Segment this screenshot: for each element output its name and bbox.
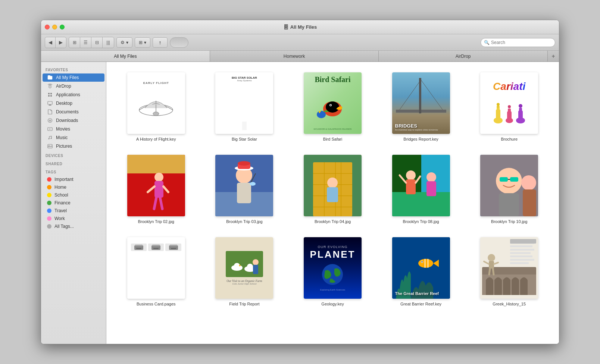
close-button[interactable] — [45, 25, 50, 29]
svg-rect-117 — [510, 252, 531, 254]
view-column-btn[interactable]: ⊟ — [91, 37, 103, 48]
bird-safari-title-area: Bird Safari — [304, 75, 362, 84]
search-input[interactable] — [491, 40, 552, 45]
svg-marker-12 — [50, 129, 51, 130]
file-thumb-business-card — [127, 237, 185, 299]
file-item-reef[interactable]: The Great Barrier Reef Great Barrier Ree… — [379, 234, 463, 309]
file-item-solar[interactable]: BIG STAR SOLAR Array Systems — [202, 69, 287, 144]
svg-point-60 — [250, 182, 256, 186]
solar-table — [242, 122, 247, 130]
travel-tag-dot — [47, 208, 51, 213]
file-item-brooklyn02[interactable]: Brooklyn Trip 02.jpg — [114, 152, 199, 227]
sidebar-item-work[interactable]: Work — [43, 215, 104, 222]
svg-rect-41 — [518, 110, 523, 122]
view-coverflow-btn[interactable]: ||| — [103, 37, 114, 48]
cariati-a1: a — [500, 81, 506, 92]
share-button[interactable]: ↑ — [153, 37, 168, 48]
fullscreen-button[interactable] — [60, 25, 65, 29]
file-item-business-card[interactable]: Business Card.pages — [114, 234, 199, 309]
forward-button[interactable]: ▶ — [56, 37, 66, 48]
svg-point-46 — [154, 173, 163, 182]
sidebar-item-all-my-files[interactable]: All My Files — [43, 73, 104, 82]
sidebar-item-airdrop[interactable]: AirDrop — [43, 82, 104, 90]
file-item-brochure[interactable]: Cariati — [467, 69, 551, 144]
brooklyn02-illustration — [127, 155, 185, 216]
cariati-i2: i — [523, 81, 526, 92]
sidebar-item-all-tags[interactable]: All Tags... — [43, 223, 104, 230]
sidebar-item-label: School — [54, 192, 68, 198]
sidebar-item-applications[interactable]: Applications — [43, 91, 104, 99]
svg-rect-94 — [152, 245, 160, 246]
downloads-icon — [47, 117, 53, 123]
svg-point-88 — [521, 175, 536, 190]
svg-point-75 — [406, 170, 416, 180]
cariati-bottles — [487, 92, 532, 126]
svg-rect-4 — [50, 93, 52, 94]
typewriter-icon — [168, 244, 179, 251]
shared-header: SHARED — [41, 159, 106, 167]
window-title-icon: 🗄 — [283, 24, 288, 30]
file-name-solar: Big Star Solar — [232, 137, 257, 141]
titlebar: 🗄 All My Files — [41, 20, 559, 34]
sidebar-item-documents[interactable]: Documents — [43, 108, 104, 116]
file-thumb-bird: Bird Safari ECUADOR & GALAPAGOS ISLANDS — [304, 72, 362, 134]
file-item-brooklyn08[interactable]: Brooklyn Trip 08.jpg — [379, 152, 463, 227]
tab-all-my-files[interactable]: All My Files — [41, 51, 210, 62]
all-my-files-icon — [47, 75, 53, 81]
solar-subtitle: Array Systems — [237, 79, 251, 82]
toggle-button[interactable] — [170, 37, 188, 48]
back-button[interactable]: ◀ — [45, 37, 56, 48]
file-item-bridges[interactable]: BRIDGES An inventive way to explore citi… — [379, 69, 463, 144]
sidebar-item-label: Home — [54, 185, 66, 190]
file-name-bird: Bird Safari — [323, 137, 342, 141]
sidebar-item-movies[interactable]: Movies — [43, 125, 104, 133]
bridges-title: BRIDGES — [395, 123, 447, 129]
svg-rect-58 — [237, 183, 251, 203]
sidebar-item-home[interactable]: Home — [43, 183, 104, 191]
file-item-rome[interactable]: Greek_History_15 — [467, 234, 551, 309]
cariati-t: t — [519, 81, 522, 92]
minimize-button[interactable] — [52, 25, 57, 29]
sidebar-item-label: Finance — [54, 200, 71, 205]
svg-line-129 — [493, 269, 494, 274]
view-icon-btn[interactable]: ⊞ — [69, 37, 80, 48]
bcard-1 — [131, 244, 147, 251]
reef-illustration — [392, 237, 450, 299]
file-item-bird[interactable]: Bird Safari ECUADOR & GALAPAGOS ISLANDS — [290, 69, 375, 144]
svg-point-104 — [253, 259, 259, 265]
sidebar-item-travel[interactable]: Travel — [43, 207, 104, 214]
sidebar-item-desktop[interactable]: Desktop — [43, 99, 104, 107]
tab-homework[interactable]: Homework — [210, 51, 379, 62]
file-item-brooklyn03[interactable]: Brooklyn Trip 03.jpg — [202, 152, 287, 227]
file-item-geology[interactable]: OUR EVOLVING PLANET Exploring Earth Scie… — [290, 234, 375, 309]
sidebar-item-school[interactable]: School — [43, 191, 104, 199]
arrange-button[interactable]: ⊞ ▾ — [135, 37, 150, 48]
sidebar-item-important[interactable]: Important — [43, 176, 104, 183]
sidebar-item-downloads[interactable]: Downloads — [43, 116, 104, 125]
rome-illustration — [480, 237, 538, 299]
movies-icon — [47, 126, 53, 132]
sidebar-item-music[interactable]: Music — [43, 134, 104, 142]
tab-airdrop[interactable]: AirDrop — [379, 51, 548, 62]
sidebar-item-finance[interactable]: Finance — [43, 199, 104, 207]
file-name-brooklyn03: Brooklyn Trip 03.jpg — [226, 219, 262, 224]
file-name-rome: Greek_History_15 — [493, 302, 526, 306]
file-item-field-trip[interactable]: Our Visit to an Organic Farm Coto Junior… — [202, 234, 287, 309]
svg-point-124 — [488, 254, 495, 261]
tab-add-button[interactable]: + — [548, 51, 559, 62]
file-item-brooklyn10[interactable]: Brooklyn Trip 10.jpg — [467, 152, 551, 227]
sidebar-item-pictures[interactable]: Pictures — [43, 142, 104, 150]
music-icon — [47, 135, 53, 141]
view-list-btn[interactable]: ☰ — [80, 37, 91, 48]
action-button[interactable]: ⚙ ▾ — [116, 37, 132, 48]
planet-our-evolving: OUR EVOLVING — [318, 245, 348, 249]
file-thumb-reef: The Great Barrier Reef — [392, 237, 450, 299]
file-name-brooklyn08: Brooklyn Trip 08.jpg — [403, 219, 439, 224]
search-box[interactable]: 🔍 — [481, 38, 555, 47]
file-item-brooklyn04[interactable]: Brooklyn Trip 04.jpg — [290, 152, 375, 227]
bridges-overlay: BRIDGES An inventive way to explore citi… — [395, 123, 447, 131]
svg-rect-3 — [48, 93, 50, 94]
solar-title: BIG STAR SOLAR — [232, 76, 257, 79]
sidebar-item-label: Desktop — [56, 101, 72, 106]
file-item-flight[interactable]: EARLY FLIGHT A History of Flight.key — [114, 69, 199, 144]
